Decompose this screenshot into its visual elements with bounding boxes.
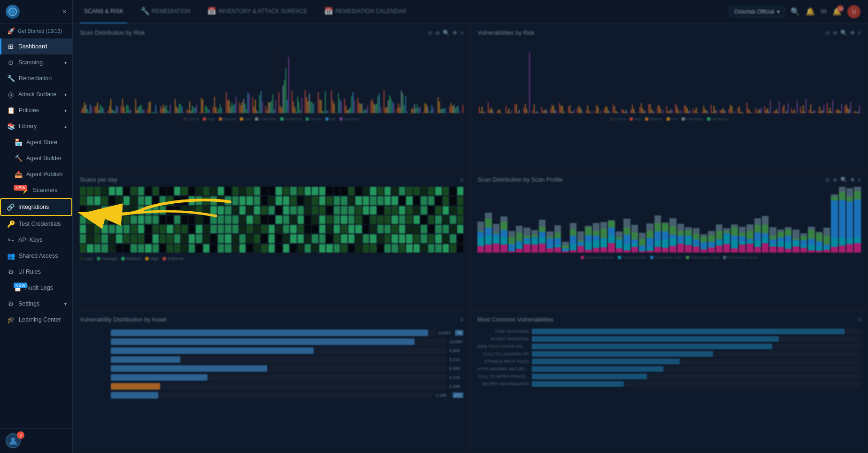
sidebar-item-attack-surface[interactable]: ◎ Attack Surface ▾ (0, 86, 72, 102)
sidebar-item-ui-rules[interactable]: ⚙ UI Rules (0, 264, 72, 280)
sidebar-item-scanners[interactable]: NEW ⚡ Scanners (0, 182, 72, 198)
heatmap-cell (283, 215, 289, 224)
bar-group (408, 104, 421, 113)
heatmap-cell (363, 225, 369, 233)
heatmap-column (181, 187, 187, 253)
heatmap-cell (181, 215, 187, 224)
bar-segment (683, 110, 684, 113)
v-ctrl-3[interactable]: 🔍 (840, 30, 847, 36)
scan-profile-segment (769, 227, 776, 236)
asset-menu[interactable]: ≡ (460, 316, 463, 323)
v-ctrl-1[interactable]: ⊖ (825, 30, 830, 36)
sp-ctrl-1[interactable]: ⊖ (825, 177, 830, 183)
sidebar-item-library[interactable]: 📚 Library ▴ (0, 118, 72, 134)
topbar-tabs: SCANS & RISK 🔧 REMEDIATION 📅 INVENTORY &… (80, 0, 410, 23)
v-ctrl-5[interactable]: ≡ (858, 30, 861, 36)
mail-icon[interactable]: ✉ (821, 7, 827, 16)
asset-bar-row: 9,060 (80, 347, 463, 354)
app-logo[interactable] (6, 5, 20, 19)
heatmap-cell (225, 244, 231, 253)
asset-bar-track (111, 392, 433, 399)
ctrl-zoom-in[interactable]: ⊕ (435, 30, 440, 36)
asset-bar-row: 13,580 (80, 338, 463, 345)
sp-ctrl-3[interactable]: 🔍 (840, 177, 847, 183)
tab-remediation[interactable]: 🔧 REMEDIATION (137, 0, 194, 23)
sidebar-item-integrations[interactable]: 🔗 Integrations (0, 198, 72, 216)
sidebar-item-shared-access[interactable]: 👥 Shared Access (0, 248, 72, 264)
heatmap-column (348, 187, 354, 253)
sidebar-item-get-started[interactable]: 🚀 Get Started (13/13) (0, 23, 72, 38)
sidebar-item-policies[interactable]: 📋 Policies ▾ (0, 102, 72, 118)
sidebar-item-agent-publish[interactable]: 📤 Agent Publish (0, 166, 72, 182)
bar-segment (121, 106, 122, 113)
sp-ctrl-5[interactable]: ≡ (858, 177, 861, 183)
ctrl-zoom-out[interactable]: ⊖ (428, 30, 432, 36)
sidebar-item-api-keys[interactable]: 🗝 API Keys (0, 232, 72, 248)
scan-profile-segment (723, 244, 730, 253)
alert-icon[interactable]: 🔔 (806, 7, 815, 16)
tab-remediation-calendar[interactable]: 📅 REMEDIATION CALENDAR (320, 0, 410, 23)
heatmap-cell (355, 187, 361, 195)
spd-menu[interactable]: ≡ (460, 177, 463, 183)
bar-segment (119, 106, 120, 113)
search-icon[interactable]: 🔍 (791, 7, 800, 16)
sidebar-item-agent-store[interactable]: 🏪 Agent Store (0, 134, 72, 150)
ctrl-search[interactable]: 🔍 (443, 30, 450, 36)
sidebar-item-audit-logs[interactable]: NEW 📋 Audit Logs (0, 280, 72, 296)
sidebar-item-scanning[interactable]: ⊙ Scanning ▾ (0, 54, 72, 70)
v-ctrl-4[interactable]: ✚ (850, 30, 855, 36)
scan-profile-segment (539, 244, 545, 253)
sidebar-item-settings[interactable]: ⚙ Settings ▾ (0, 296, 72, 312)
bar-segment (699, 113, 699, 113)
user-avatar-top[interactable]: U (847, 5, 860, 18)
heatmap-cell (414, 215, 420, 224)
ctrl-menu[interactable]: ≡ (460, 30, 463, 36)
sidebar-item-learning-center[interactable]: 🎓 Learning Center (0, 312, 72, 328)
heatmap-cell (160, 215, 166, 224)
heatmap-cell (239, 225, 246, 233)
bar-group (683, 105, 691, 113)
bar-group (146, 101, 158, 113)
v-ctrl-2[interactable]: ⊕ (833, 30, 837, 36)
sidebar-item-agent-builder[interactable]: 🔨 Agent Builder (0, 150, 72, 166)
heatmap-cell (196, 187, 202, 195)
heatmap-cell (160, 234, 166, 243)
vuln-menu[interactable]: ≡ (858, 316, 861, 323)
bar-segment (246, 109, 247, 113)
scan-profile-segment (631, 232, 638, 239)
ctrl-plus[interactable]: ✚ (453, 30, 457, 36)
heatmap-cell (450, 196, 456, 205)
heatmap-cell (312, 225, 318, 233)
heatmap-cell (232, 215, 238, 224)
vuln-bar-label: STRINGS BRUT. FILES (477, 359, 529, 364)
scan-profile-segment (593, 231, 599, 236)
tab-scans-risk[interactable]: SCANS & RISK (80, 0, 127, 23)
bar-segment (563, 111, 564, 113)
sidebar-item-remediation[interactable]: 🔧 Remediation (0, 70, 72, 86)
close-icon[interactable]: × (62, 8, 67, 16)
sidebar-item-dashboard[interactable]: ⊞ Dashboard (0, 38, 72, 54)
bar-segment (433, 108, 434, 113)
heatmap-cell (283, 225, 289, 233)
most-common-vuln-title: Most Common Vulnerabilities ≡ (477, 316, 861, 323)
bar-segment (740, 112, 741, 113)
scan-profile-segment (708, 231, 714, 235)
org-selector[interactable]: Ostorlab Official ▾ (729, 6, 785, 17)
bar-group (486, 102, 494, 113)
tab-inventory[interactable]: 📅 INVENTORY & ATTACK SURFACE (203, 0, 311, 23)
bar-segment (166, 105, 167, 113)
sp-ctrl-2[interactable]: ⊕ (833, 177, 837, 183)
sidebar-item-test-credentials[interactable]: 🔑 Test Credentials (0, 216, 72, 232)
integrations-icon: 🔗 (7, 203, 15, 211)
bar-group (80, 102, 92, 113)
bar-segment (520, 113, 521, 113)
bar-segment (213, 107, 214, 113)
bar-group (852, 106, 860, 113)
sp-ctrl-4[interactable]: ✚ (850, 177, 855, 183)
attack-surface-icon: ◎ (7, 91, 15, 98)
heatmap-cell (443, 225, 449, 233)
heatmap-cell (203, 187, 209, 195)
bar-segment (234, 104, 235, 113)
scan-profile-segment (693, 234, 699, 239)
bar-segment (290, 112, 291, 113)
